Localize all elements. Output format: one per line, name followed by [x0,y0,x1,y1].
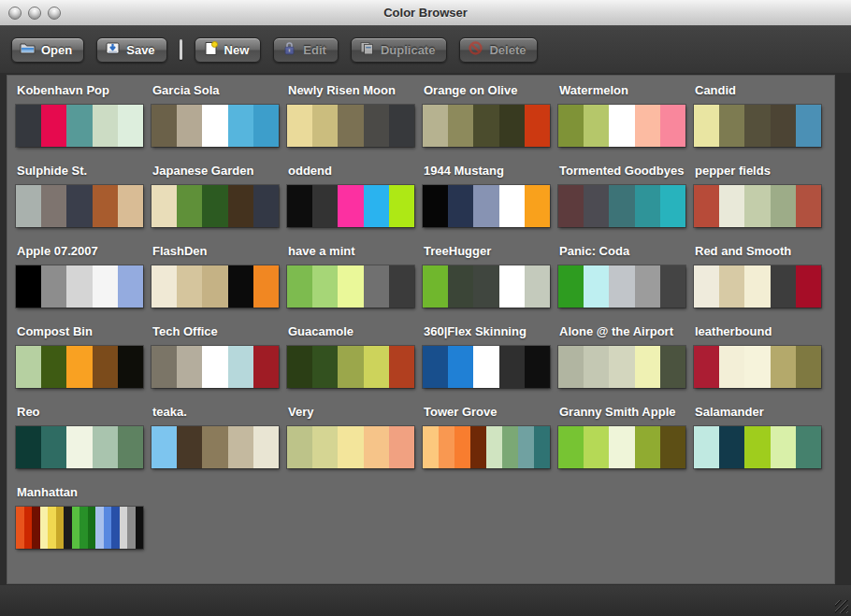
palette-tile[interactable]: Panic: Coda [558,243,685,323]
color-swatch [473,265,498,308]
palette-tile[interactable]: Reo [16,404,143,484]
palette-tile[interactable]: Granny Smith Apple [558,404,685,484]
palette-tile[interactable]: Sulphide St. [16,163,143,243]
palette-tile[interactable]: Watermelon [558,82,685,163]
palette-tile[interactable]: have a mint [287,243,414,323]
color-swatch [93,185,118,227]
color-swatch [287,185,312,227]
color-swatch [177,265,202,308]
palette-tile[interactable]: Tech Office [151,323,279,404]
palette-tile[interactable]: Tower Grove [423,404,550,484]
color-swatch [16,346,41,388]
palette-swatch-bar [16,105,143,147]
palette-name: Tech Office [152,324,279,339]
color-swatch [609,426,634,468]
palette-tile[interactable]: Red and Smooth [694,243,821,323]
color-swatch [744,346,770,388]
palette-tile[interactable]: Salamander [694,404,821,484]
palette-tile[interactable]: TreeHugger [423,243,550,323]
palette-name: Garcia Sola [152,83,279,98]
palette-name: TreeHugger [424,244,550,259]
palette-name: teaka. [152,405,279,420]
color-swatch [389,346,414,388]
delete-button[interactable]: Delete [459,37,538,63]
color-swatch [118,105,143,147]
color-swatch [584,346,609,388]
palette-tile[interactable]: Orange on Olive [423,82,550,163]
color-swatch [635,426,660,468]
color-swatch [16,507,24,549]
palette-tile[interactable]: Newly Risen Moon [287,82,414,163]
open-button[interactable]: Open [11,37,84,63]
color-swatch [66,426,92,468]
palette-swatch-bar [151,426,279,468]
color-swatch [454,426,470,468]
color-swatch [95,507,104,549]
palette-tile[interactable]: teaka. [151,404,279,484]
resize-grip[interactable] [835,600,848,613]
palette-tile[interactable]: Compost Bin [16,323,143,404]
color-swatch [423,105,448,147]
palette-tile[interactable]: 360|Flex Skinning [423,323,550,404]
palette-tile[interactable]: Guacamole [287,323,414,404]
palette-tile[interactable]: Japanese Garden [151,163,279,243]
color-swatch [93,265,118,308]
color-swatch [287,426,312,468]
palette-name: Kobenhavn Pop [17,83,143,98]
color-swatch [338,265,363,308]
palette-tile[interactable]: 1944 Mustang [423,163,550,243]
toolbar-button-label: Duplicate [381,43,436,57]
folder-open-icon [20,41,36,58]
palette-swatch-bar [16,265,143,308]
color-swatch [253,346,279,388]
palette-tile[interactable]: pepper fields [694,163,821,243]
new-button[interactable]: New [195,37,262,63]
palette-name: Tormented Goodbyes [559,164,685,179]
duplicate-button[interactable]: Duplicate [351,37,448,63]
color-swatch [118,265,143,308]
color-swatch [93,105,118,147]
palette-swatch-bar [558,105,685,147]
edit-button[interactable]: Edit [273,37,339,63]
palette-name: oddend [288,164,414,179]
palette-tile[interactable]: Tormented Goodbyes [558,163,685,243]
palette-name: have a mint [288,244,414,259]
palette-swatch-bar [151,185,279,227]
toolbar-button-label: Delete [489,43,526,57]
palette-tile[interactable]: oddend [287,163,414,243]
color-swatch [423,185,448,227]
palette-swatch-bar [694,185,821,227]
palette-tile[interactable]: Manhattan [16,484,143,565]
color-swatch [660,185,685,227]
palette-tile[interactable]: Apple 07.2007 [16,243,143,323]
palette-tile[interactable]: Kobenhavn Pop [16,82,143,163]
palette-swatch-bar [16,185,143,227]
color-swatch [202,105,227,147]
color-swatch [16,105,41,147]
palette-tile[interactable]: FlashDen [151,243,279,323]
save-button[interactable]: Save [96,37,166,63]
palette-tile[interactable]: leatherbound [694,323,821,404]
color-swatch [136,507,144,549]
color-swatch [41,346,66,388]
color-swatch [287,265,312,308]
palette-swatch-bar [287,426,414,468]
color-swatch [584,105,609,147]
palette-tile[interactable]: Alone @ the Airport [558,323,685,404]
color-swatch [389,265,414,308]
color-swatch [423,346,448,388]
palette-tile[interactable]: Garcia Sola [151,82,279,163]
palette-name: Alone @ the Airport [559,324,685,339]
color-swatch [423,265,448,308]
color-swatch [448,105,473,147]
color-swatch [558,105,584,147]
color-swatch [66,346,92,388]
palette-swatch-bar [287,265,414,308]
color-swatch [177,105,202,147]
color-swatch [448,265,473,308]
palette-tile[interactable]: Very [287,404,414,484]
title-bar: Color Browser [0,0,851,26]
color-swatch [253,265,279,308]
palette-tile[interactable]: Candid [694,82,821,163]
color-swatch [558,346,584,388]
